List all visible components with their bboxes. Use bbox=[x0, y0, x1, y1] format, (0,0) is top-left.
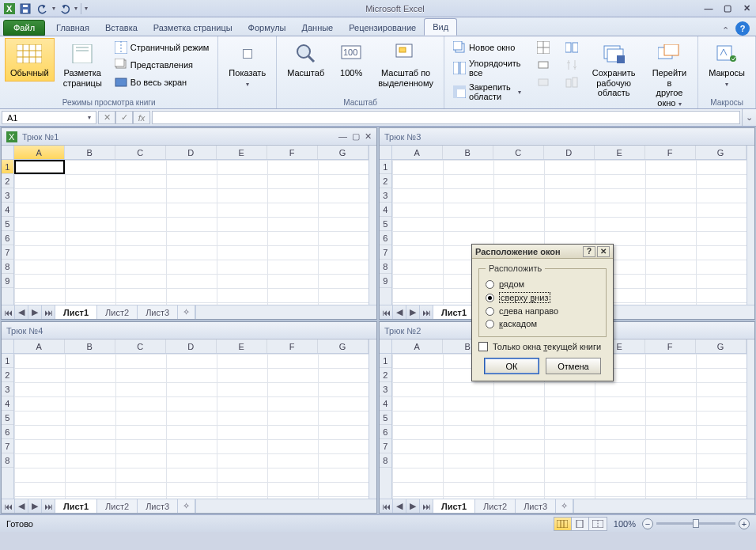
arrange-all-button[interactable]: Упорядочить все bbox=[449, 57, 524, 79]
zoom-button[interactable]: Масштаб bbox=[282, 38, 330, 82]
row-header[interactable]: 8 bbox=[380, 260, 391, 274]
row-header[interactable]: 3 bbox=[380, 188, 391, 203]
row-header[interactable]: 9 bbox=[380, 274, 391, 288]
qat-redo-button[interactable] bbox=[57, 2, 73, 16]
view-side-by-side-button[interactable] bbox=[561, 40, 582, 55]
view-full-screen-button[interactable]: Во весь экран bbox=[111, 74, 214, 90]
ok-button[interactable]: ОК bbox=[484, 358, 539, 374]
radio-cascade[interactable]: каскадом bbox=[486, 317, 599, 330]
row-header[interactable]: 1 bbox=[380, 354, 391, 368]
cancel-button[interactable]: Отмена bbox=[546, 358, 601, 374]
sheet-tab[interactable]: Лист2 bbox=[475, 499, 516, 513]
radio-horizontal[interactable]: сверху вниз bbox=[486, 290, 599, 305]
row-header[interactable]: 3 bbox=[380, 382, 391, 396]
sheet-tab[interactable]: Лист1 bbox=[55, 305, 97, 319]
row-header[interactable]: 6 bbox=[380, 425, 391, 439]
sheet-tab[interactable]: Лист3 bbox=[516, 499, 556, 513]
row-header[interactable]: 4 bbox=[2, 203, 13, 217]
sheet-tab[interactable]: Лист1 bbox=[433, 305, 475, 319]
radio-tiled[interactable]: рядом bbox=[486, 278, 599, 290]
zoom-thumb[interactable] bbox=[693, 519, 699, 528]
new-sheet-button[interactable]: ✧ bbox=[178, 305, 195, 319]
app-icon[interactable]: X bbox=[3, 2, 16, 15]
col-header[interactable]: C bbox=[493, 146, 544, 159]
row-header[interactable]: 7 bbox=[2, 245, 13, 260]
tab-formulas[interactable]: Формулы bbox=[240, 20, 294, 36]
row-header[interactable]: 5 bbox=[380, 411, 391, 425]
new-window-button[interactable]: Новое окно bbox=[449, 40, 524, 55]
zoom-to-selection-button[interactable]: Масштаб по выделенному bbox=[372, 38, 439, 91]
horizontal-scrollbar[interactable] bbox=[573, 499, 754, 513]
col-header[interactable]: B bbox=[65, 339, 115, 353]
col-header[interactable]: D bbox=[544, 146, 595, 159]
row-header[interactable]: 5 bbox=[380, 217, 391, 231]
row-header[interactable]: 1 bbox=[380, 160, 391, 174]
row-header[interactable]: 2 bbox=[2, 368, 13, 382]
view-page-layout-button[interactable]: Разметка страницы bbox=[58, 38, 108, 91]
freeze-panes-button[interactable]: Закрепить области ▾ bbox=[449, 81, 524, 103]
tab-prev-button[interactable]: ◀ bbox=[15, 305, 28, 319]
row-header[interactable]: 8 bbox=[2, 260, 13, 274]
sheet-tab[interactable]: Лист2 bbox=[97, 499, 138, 513]
row-header[interactable]: 6 bbox=[2, 231, 13, 245]
zoom-out-button[interactable]: − bbox=[642, 518, 653, 529]
tab-last-button[interactable]: ⏭ bbox=[42, 305, 55, 319]
show-dropdown-button[interactable]: Показать▾ bbox=[223, 38, 271, 91]
row-header[interactable]: 3 bbox=[2, 382, 13, 396]
reset-position-button[interactable] bbox=[561, 74, 582, 90]
row-header[interactable]: 7 bbox=[2, 439, 13, 453]
col-header[interactable]: G bbox=[318, 339, 369, 353]
row-header[interactable]: 6 bbox=[2, 425, 13, 439]
sheet-tab[interactable]: Лист1 bbox=[433, 499, 475, 513]
col-header[interactable]: A bbox=[14, 146, 65, 159]
row-header[interactable]: 4 bbox=[380, 203, 391, 217]
row-header[interactable]: 1 bbox=[2, 354, 13, 368]
row-header[interactable]: 9 bbox=[2, 274, 13, 288]
tab-file[interactable]: Файл bbox=[3, 20, 45, 36]
horizontal-scrollbar[interactable] bbox=[195, 499, 376, 513]
col-header[interactable]: F bbox=[267, 339, 318, 353]
row-header[interactable]: 2 bbox=[2, 174, 13, 188]
view-custom-views-button[interactable]: Представления bbox=[111, 57, 214, 73]
row-header[interactable]: 3 bbox=[2, 188, 13, 203]
col-header[interactable]: F bbox=[645, 339, 696, 353]
view-page-layout-shortcut[interactable] bbox=[572, 518, 589, 530]
row-header[interactable]: 8 bbox=[380, 453, 391, 468]
tab-insert[interactable]: Вставка bbox=[97, 20, 146, 36]
row-header[interactable]: 1 bbox=[2, 160, 13, 174]
split-button[interactable] bbox=[533, 40, 554, 55]
row-header[interactable]: 5 bbox=[2, 411, 13, 425]
dialog-close-button[interactable]: ✕ bbox=[597, 246, 610, 257]
hide-button[interactable] bbox=[533, 57, 554, 73]
col-header[interactable]: C bbox=[115, 339, 166, 353]
row-header[interactable]: 5 bbox=[2, 217, 13, 231]
select-all-triangle[interactable] bbox=[2, 146, 13, 160]
view-page-break-shortcut[interactable] bbox=[589, 518, 607, 530]
maximize-button[interactable]: ▢ bbox=[721, 3, 734, 14]
row-header[interactable]: 2 bbox=[380, 174, 391, 188]
macros-button[interactable]: Макросы▾ bbox=[703, 38, 750, 91]
tab-first-button[interactable]: ⏮ bbox=[2, 305, 15, 319]
horizontal-scrollbar[interactable] bbox=[195, 305, 376, 319]
zoom-100-button[interactable]: 100 100% bbox=[333, 38, 369, 82]
help-button[interactable]: ? bbox=[735, 21, 750, 36]
row-header[interactable]: 2 bbox=[380, 368, 391, 382]
vertical-scrollbar[interactable] bbox=[369, 339, 376, 499]
view-page-break-button[interactable]: Страничный режим bbox=[111, 40, 214, 55]
tab-page-layout[interactable]: Разметка страницы bbox=[146, 20, 240, 36]
row-header[interactable]: 7 bbox=[380, 245, 391, 260]
col-header[interactable]: B bbox=[443, 146, 493, 159]
col-header[interactable]: G bbox=[696, 146, 747, 159]
tab-home[interactable]: Главная bbox=[48, 20, 97, 36]
zoom-percent[interactable]: 100% bbox=[607, 519, 642, 529]
name-box[interactable]: A1▾ bbox=[2, 111, 96, 124]
row-header[interactable]: 7 bbox=[380, 439, 391, 453]
cell-grid[interactable] bbox=[14, 354, 369, 499]
active-cell[interactable] bbox=[14, 160, 65, 174]
tab-review[interactable]: Рецензирование bbox=[341, 20, 424, 36]
row-header[interactable]: 8 bbox=[2, 453, 13, 468]
col-header[interactable]: A bbox=[392, 339, 443, 353]
col-header[interactable]: F bbox=[267, 146, 318, 159]
formula-bar-expand-button[interactable]: ⌄ bbox=[742, 109, 756, 126]
formula-input[interactable] bbox=[152, 111, 740, 124]
